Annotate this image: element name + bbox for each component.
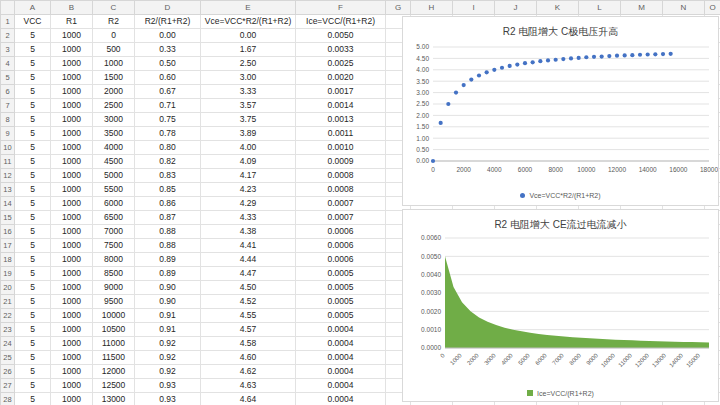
cell-C19[interactable]: 8500 — [93, 267, 135, 281]
cell-A26[interactable]: 5 — [15, 365, 51, 379]
data-point[interactable] — [454, 90, 458, 94]
cell-D21[interactable]: 0.90 — [135, 295, 201, 309]
cell-B18[interactable]: 1000 — [51, 253, 93, 267]
cell-A19[interactable]: 5 — [15, 267, 51, 281]
cell-F25[interactable]: 0.0004 — [296, 351, 386, 365]
cell-A9[interactable]: 5 — [15, 127, 51, 141]
cell-B16[interactable]: 1000 — [51, 225, 93, 239]
cell-D16[interactable]: 0.88 — [135, 225, 201, 239]
cell-B13[interactable]: 1000 — [51, 183, 93, 197]
data-point[interactable] — [653, 52, 657, 56]
cell-D13[interactable]: 0.85 — [135, 183, 201, 197]
cell-C10[interactable]: 4000 — [93, 141, 135, 155]
column-header-G[interactable]: G — [386, 1, 411, 15]
cell-A12[interactable]: 5 — [15, 169, 51, 183]
cell-D10[interactable]: 0.80 — [135, 141, 201, 155]
row-header-27[interactable]: 27 — [1, 379, 15, 393]
cell-C13[interactable]: 5500 — [93, 183, 135, 197]
cell-C6[interactable]: 2000 — [93, 85, 135, 99]
row-header-10[interactable]: 10 — [1, 141, 15, 155]
cell-A28[interactable]: 5 — [15, 393, 51, 405]
cell-E16[interactable]: 4.38 — [201, 225, 296, 239]
area-series-ice[interactable] — [445, 256, 709, 348]
cell-C17[interactable]: 7500 — [93, 239, 135, 253]
cell-B3[interactable]: 1000 — [51, 43, 93, 57]
row-header-21[interactable]: 21 — [1, 295, 15, 309]
cell-E24[interactable]: 4.58 — [201, 337, 296, 351]
cell-B23[interactable]: 1000 — [51, 323, 93, 337]
cell-B8[interactable]: 1000 — [51, 113, 93, 127]
cell-E12[interactable]: 4.17 — [201, 169, 296, 183]
cell-B2[interactable]: 1000 — [51, 29, 93, 43]
cell-D24[interactable]: 0.92 — [135, 337, 201, 351]
row-header-5[interactable]: 5 — [1, 71, 15, 85]
cell-F10[interactable]: 0.0010 — [296, 141, 386, 155]
cell-B25[interactable]: 1000 — [51, 351, 93, 365]
cell-C26[interactable]: 12000 — [93, 365, 135, 379]
data-point[interactable] — [630, 53, 634, 57]
cell-A5[interactable]: 5 — [15, 71, 51, 85]
chart-ice-panel[interactable]: R2 电阻增大 CE流过电流减小 0.00000.00100.00200.003… — [402, 209, 719, 402]
cell-A23[interactable]: 5 — [15, 323, 51, 337]
cell-C25[interactable]: 11500 — [93, 351, 135, 365]
row-header-1[interactable]: 1 — [1, 15, 15, 29]
cell-B9[interactable]: 1000 — [51, 127, 93, 141]
cell-C5[interactable]: 1500 — [93, 71, 135, 85]
cell-B28[interactable]: 1000 — [51, 393, 93, 405]
cell-D15[interactable]: 0.87 — [135, 211, 201, 225]
data-point[interactable] — [439, 121, 443, 125]
data-point[interactable] — [615, 53, 619, 57]
cell-D6[interactable]: 0.67 — [135, 85, 201, 99]
cell-F19[interactable]: 0.0005 — [296, 267, 386, 281]
cell-F17[interactable]: 0.0006 — [296, 239, 386, 253]
cell-E11[interactable]: 4.09 — [201, 155, 296, 169]
cell-D27[interactable]: 0.93 — [135, 379, 201, 393]
cell-A18[interactable]: 5 — [15, 253, 51, 267]
cell-D2[interactable]: 0.00 — [135, 29, 201, 43]
cell-A4[interactable]: 5 — [15, 57, 51, 71]
data-point[interactable] — [431, 159, 435, 163]
data-point[interactable] — [515, 62, 519, 66]
cell-C4[interactable]: 1000 — [93, 57, 135, 71]
data-point[interactable] — [561, 57, 565, 61]
cell-C27[interactable]: 12500 — [93, 379, 135, 393]
column-header-L[interactable]: L — [579, 1, 621, 15]
column-header-D[interactable]: D — [135, 1, 201, 15]
column-header-N[interactable]: N — [663, 1, 705, 15]
data-point[interactable] — [607, 54, 611, 58]
cell-E23[interactable]: 4.57 — [201, 323, 296, 337]
cell-B20[interactable]: 1000 — [51, 281, 93, 295]
row-header-18[interactable]: 18 — [1, 253, 15, 267]
cell-F13[interactable]: 0.0008 — [296, 183, 386, 197]
cell-C15[interactable]: 6500 — [93, 211, 135, 225]
cell-F15[interactable]: 0.0007 — [296, 211, 386, 225]
cell-C23[interactable]: 10500 — [93, 323, 135, 337]
cell-D20[interactable]: 0.90 — [135, 281, 201, 295]
column-header-M[interactable]: M — [621, 1, 663, 15]
cell-B11[interactable]: 1000 — [51, 155, 93, 169]
cell-D14[interactable]: 0.86 — [135, 197, 201, 211]
cell-F16[interactable]: 0.0006 — [296, 225, 386, 239]
cell-C12[interactable]: 5000 — [93, 169, 135, 183]
cell-D28[interactable]: 0.93 — [135, 393, 201, 405]
cell-D18[interactable]: 0.89 — [135, 253, 201, 267]
cell-E28[interactable]: 4.64 — [201, 393, 296, 405]
cell-D17[interactable]: 0.88 — [135, 239, 201, 253]
cell-E7[interactable]: 3.57 — [201, 99, 296, 113]
row-header-9[interactable]: 9 — [1, 127, 15, 141]
row-header-26[interactable]: 26 — [1, 365, 15, 379]
cell-E8[interactable]: 3.75 — [201, 113, 296, 127]
cell-B12[interactable]: 1000 — [51, 169, 93, 183]
row-header-14[interactable]: 14 — [1, 197, 15, 211]
cell-E26[interactable]: 4.62 — [201, 365, 296, 379]
cell-C14[interactable]: 6000 — [93, 197, 135, 211]
column-header-O[interactable]: O — [705, 1, 720, 15]
cell-C9[interactable]: 3500 — [93, 127, 135, 141]
cell-F4[interactable]: 0.0025 — [296, 57, 386, 71]
data-point[interactable] — [462, 83, 466, 87]
row-header-23[interactable]: 23 — [1, 323, 15, 337]
cell-D12[interactable]: 0.83 — [135, 169, 201, 183]
cell-E21[interactable]: 4.52 — [201, 295, 296, 309]
cell-B22[interactable]: 1000 — [51, 309, 93, 323]
data-point[interactable] — [508, 64, 512, 68]
